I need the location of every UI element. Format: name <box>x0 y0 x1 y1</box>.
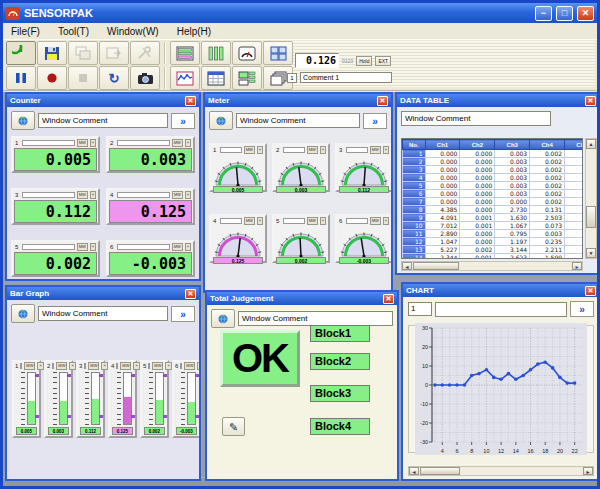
save-button[interactable] <box>37 41 67 65</box>
chart-window-titlebar[interactable]: CHART ✕ <box>403 284 599 297</box>
mw-button[interactable]: MW <box>56 362 67 370</box>
meter-subcomment-field[interactable] <box>220 147 242 153</box>
more-button[interactable]: » <box>257 146 263 154</box>
bar-subcomment-field[interactable] <box>20 363 22 369</box>
counter-window-titlebar[interactable]: Counter ✕ <box>7 94 199 107</box>
hold-button[interactable]: Hold <box>356 56 372 66</box>
mw-button[interactable]: MW <box>24 362 35 370</box>
bar-graph-close-icon[interactable]: ✕ <box>185 289 196 299</box>
data-table-vscrollbar[interactable]: ▲ ▼ <box>585 138 597 259</box>
connect-button[interactable] <box>6 41 36 65</box>
counter-settings-button[interactable] <box>11 111 35 130</box>
more-button[interactable]: » <box>133 362 139 370</box>
scroll-left-icon[interactable]: ◄ <box>409 467 419 475</box>
bar-graph-comment-input[interactable] <box>38 306 168 321</box>
bar-subcomment-field[interactable] <box>180 363 182 369</box>
counter-comment-input[interactable] <box>38 113 168 128</box>
counter-subcomment-field[interactable] <box>22 192 75 198</box>
scroll-right-icon[interactable]: ► <box>583 467 593 475</box>
ext-button[interactable]: EXT <box>375 56 391 66</box>
meter-subcomment-field[interactable] <box>283 147 305 153</box>
menu-file[interactable]: File(F) <box>10 26 41 37</box>
data-table-close-icon[interactable]: ✕ <box>585 96 596 106</box>
more-button[interactable]: » <box>90 139 96 147</box>
menu-tool[interactable]: Tool(T) <box>57 26 90 37</box>
more-button[interactable]: » <box>90 191 96 199</box>
bar-subcomment-field[interactable] <box>52 363 54 369</box>
maximize-button[interactable]: □ <box>556 6 573 21</box>
bar-graph-window-titlebar[interactable]: Bar Graph ✕ <box>7 287 199 300</box>
more-button[interactable]: » <box>90 243 96 251</box>
vscroll-thumb[interactable] <box>586 206 596 228</box>
mw-button[interactable]: MW <box>88 362 99 370</box>
meter-window-titlebar[interactable]: Meter ✕ <box>205 94 391 107</box>
mw-button[interactable]: MW <box>152 362 163 370</box>
data-table-comment-input[interactable] <box>401 111 551 126</box>
counter-window-button[interactable] <box>170 41 200 65</box>
total-judgement-window[interactable]: Total Judgement ✕ OK <box>205 290 399 481</box>
more-button[interactable]: » <box>185 191 191 199</box>
scroll-up-icon[interactable]: ▲ <box>586 139 596 149</box>
counter-close-icon[interactable]: ✕ <box>185 96 196 106</box>
more-button[interactable]: » <box>320 146 326 154</box>
menu-window[interactable]: Window(W) <box>106 26 160 37</box>
more-button[interactable]: » <box>257 217 263 225</box>
counter-subcomment-field[interactable] <box>117 192 170 198</box>
scroll-right-icon[interactable]: ► <box>572 262 582 270</box>
more-button[interactable]: » <box>101 362 107 370</box>
chart-window[interactable]: CHART ✕ 1 » 3020100-10-20-30468101214161… <box>401 282 600 481</box>
record-button[interactable] <box>37 66 67 90</box>
more-button[interactable]: » <box>197 362 199 370</box>
more-button[interactable]: » <box>37 362 43 370</box>
minimize-button[interactable]: − <box>535 6 552 21</box>
counter-subcomment-field[interactable] <box>117 140 170 146</box>
more-button[interactable]: » <box>185 139 191 147</box>
more-button[interactable]: » <box>383 217 389 225</box>
more-button[interactable]: » <box>165 362 171 370</box>
data-table-window-titlebar[interactable]: DATA TABLE ✕ <box>397 94 599 107</box>
title-bar[interactable]: SENSORPAK − □ ✕ <box>3 3 597 23</box>
counter-subcomment-field[interactable] <box>117 244 170 250</box>
bar-subcomment-field[interactable] <box>84 363 86 369</box>
meter-subcomment-field[interactable] <box>220 218 242 224</box>
more-button[interactable]: » <box>383 146 389 154</box>
mw-button[interactable]: MW <box>77 191 88 199</box>
more-button[interactable]: » <box>320 217 326 225</box>
total-judgement-comment-input[interactable] <box>238 311 393 326</box>
data-table-hscrollbar[interactable]: ◄ ► <box>401 261 583 271</box>
judgement-window-button[interactable] <box>232 66 262 90</box>
close-button[interactable]: ✕ <box>577 6 594 21</box>
mw-button[interactable]: MW <box>172 139 183 147</box>
chart-comment-input[interactable] <box>435 302 567 317</box>
pause-button[interactable] <box>6 66 36 90</box>
snapshot-button[interactable] <box>130 66 160 90</box>
meter-expand-button[interactable]: » <box>363 113 387 129</box>
comment-input[interactable] <box>300 72 392 83</box>
edit-judgement-button[interactable]: ✎ <box>222 417 245 436</box>
bar-subcomment-field[interactable] <box>148 363 150 369</box>
bar-graph-settings-button[interactable] <box>11 304 35 323</box>
chart-hscrollbar[interactable]: ◄ ► <box>408 466 594 476</box>
total-judgement-window-titlebar[interactable]: Total Judgement ✕ <box>207 292 397 305</box>
chart-window-button[interactable] <box>170 66 200 90</box>
bar-graph-window-button[interactable] <box>201 41 231 65</box>
meter-subcomment-field[interactable] <box>283 218 305 224</box>
meter-close-icon[interactable]: ✕ <box>377 96 388 106</box>
counter-expand-button[interactable]: » <box>171 113 195 129</box>
counter-subcomment-field[interactable] <box>22 140 75 146</box>
chart-close-icon[interactable]: ✕ <box>585 286 596 296</box>
more-button[interactable]: » <box>185 243 191 251</box>
tile-windows-button[interactable] <box>263 41 293 65</box>
meter-subcomment-field[interactable] <box>346 218 368 224</box>
mw-button[interactable]: MW <box>370 146 381 154</box>
counter-window[interactable]: Counter ✕ » 1M <box>5 92 201 281</box>
mw-button[interactable]: MW <box>120 362 131 370</box>
mw-button[interactable]: MW <box>77 243 88 251</box>
mw-button[interactable]: MW <box>244 146 255 154</box>
mw-button[interactable]: MW <box>244 217 255 225</box>
mw-button[interactable]: MW <box>184 362 195 370</box>
bar-subcomment-field[interactable] <box>116 363 118 369</box>
chart-channel-box[interactable]: 1 <box>408 302 432 316</box>
bar-graph-window[interactable]: Bar Graph ✕ » <box>5 285 201 481</box>
mw-button[interactable]: MW <box>307 217 318 225</box>
